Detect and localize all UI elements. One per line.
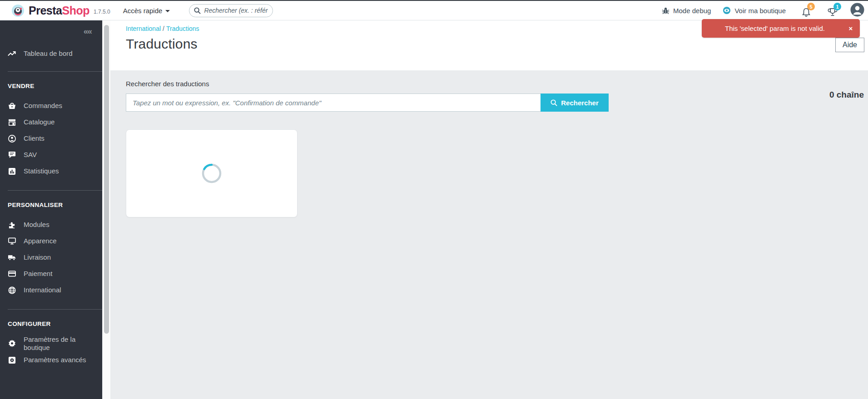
topbar: PrestaShop 1.7.5.0 Accès rapide	[0, 0, 868, 20]
help-button[interactable]: Aide	[835, 38, 864, 52]
monitor-icon	[8, 237, 16, 245]
sidebar-item-customers[interactable]: Clients	[0, 130, 102, 147]
sidebar-item-label: Paramètres de la boutique	[24, 335, 98, 352]
sidebar-scrollbar-thumb[interactable]	[104, 25, 109, 334]
chat-bubble-icon	[8, 151, 16, 158]
debug-mode-link[interactable]: Mode debug	[662, 7, 711, 15]
page-title: Traductions	[126, 36, 868, 52]
sidebar-item-international[interactable]: International	[0, 282, 102, 298]
sidebar-item-label: Commandes	[24, 102, 62, 110]
sidebar-section-sell: VENDRE	[0, 72, 102, 89]
translation-search-input[interactable]	[126, 94, 541, 112]
main-content: International/Traductions Traductions Ai…	[110, 20, 868, 399]
error-toast-message: This 'selected' param is not valid.	[702, 25, 842, 32]
sidebar-item-label: Paramètres avancés	[24, 356, 86, 364]
sidebar-collapse-button[interactable]: ««	[84, 26, 91, 36]
globe-icon	[8, 286, 16, 294]
sidebar-item-label: SAV	[24, 151, 37, 159]
translations-search-panel: Rechercher des traductions Rechercher 0 …	[110, 70, 868, 112]
sidebar-item-label: Statistiques	[24, 167, 59, 175]
search-icon	[551, 99, 557, 106]
topbar-right: Mode debug Voir ma boutique 5	[662, 3, 864, 19]
loading-spinner-icon	[201, 163, 222, 184]
sidebar-item-label: Tableau de bord	[24, 49, 73, 58]
topbar-search-input[interactable]	[204, 7, 268, 14]
sidebar-item-label: Paiement	[24, 270, 52, 278]
close-icon[interactable]: ×	[842, 25, 860, 32]
gear-icon	[8, 340, 16, 347]
user-avatar[interactable]	[850, 3, 864, 19]
puzzle-icon	[8, 221, 16, 229]
trending-up-icon	[8, 50, 16, 57]
search-button[interactable]: Rechercher	[541, 94, 609, 112]
sidebar-section-configure: CONFIGURER	[0, 310, 102, 327]
sidebar-item-advanced-parameters[interactable]: Paramètres avancés	[0, 352, 102, 368]
version-label: 1.7.5.0	[94, 9, 110, 15]
sidebar-item-payment[interactable]: Paiement	[0, 266, 102, 282]
credit-card-icon	[8, 271, 16, 277]
string-count: 0 chaîne	[829, 90, 864, 100]
sidebar-item-modules[interactable]: Modules	[0, 217, 102, 233]
sidebar: «« Tableau de bord VENDRE Commandes	[0, 20, 102, 399]
search-icon	[194, 7, 201, 14]
loading-card	[126, 129, 298, 217]
prestashop-logo[interactable]: PrestaShop 1.7.5.0	[12, 4, 110, 17]
sidebar-item-shop-parameters[interactable]: Paramètres de la boutique	[0, 335, 102, 352]
view-shop-label: Voir ma boutique	[734, 7, 786, 15]
error-toast: This 'selected' param is not valid. ×	[702, 19, 860, 38]
sidebar-item-stats[interactable]: Statistiques	[0, 163, 102, 179]
basket-icon	[8, 102, 16, 109]
sidebar-section-improve: PERSONNALISER	[0, 191, 102, 208]
breadcrumb-international[interactable]: International	[126, 25, 161, 32]
sidebar-item-design[interactable]: Apparence	[0, 233, 102, 249]
notifications-button[interactable]: 5	[800, 4, 812, 17]
sidebar-item-label: Livraison	[24, 253, 51, 261]
gear-square-icon	[8, 356, 16, 364]
avatar-icon	[850, 3, 864, 17]
search-panel-label: Rechercher des traductions	[126, 80, 868, 88]
sidebar-scrollbar-track[interactable]	[103, 20, 110, 399]
sidebar-item-customer-service[interactable]: SAV	[0, 147, 102, 163]
bar-chart-icon	[8, 167, 16, 175]
view-shop-link[interactable]: Voir ma boutique	[723, 6, 786, 15]
sidebar-item-label: Apparence	[24, 237, 57, 245]
achievements-button[interactable]: 1	[827, 4, 838, 17]
quick-access-dropdown[interactable]: Accès rapide	[123, 7, 170, 15]
sidebar-item-label: Clients	[24, 134, 45, 143]
breadcrumb-translations[interactable]: Traductions	[166, 25, 199, 32]
achievements-badge: 1	[833, 3, 841, 10]
sidebar-item-label: Modules	[24, 221, 50, 229]
person-circle-icon	[8, 135, 16, 143]
sidebar-item-orders[interactable]: Commandes	[0, 98, 102, 114]
bug-icon	[662, 7, 670, 15]
sidebar-item-catalog[interactable]: Catalogue	[0, 114, 102, 130]
topbar-search[interactable]	[189, 4, 273, 17]
notification-badge: 5	[807, 3, 815, 10]
search-button-label: Rechercher	[561, 99, 599, 107]
sidebar-item-label: Catalogue	[24, 118, 55, 126]
sidebar-item-label: International	[24, 286, 61, 294]
truck-icon	[8, 254, 16, 261]
store-icon	[8, 118, 16, 126]
debug-mode-label: Mode debug	[673, 7, 711, 15]
brand-wordmark: PrestaShop	[29, 4, 89, 17]
sidebar-item-dashboard[interactable]: Tableau de bord	[0, 47, 102, 60]
breadcrumb-separator: /	[163, 25, 164, 32]
chevron-down-icon	[165, 10, 170, 12]
prestashop-mascot-icon	[12, 5, 24, 17]
eye-icon	[723, 6, 731, 15]
sidebar-item-shipping[interactable]: Livraison	[0, 249, 102, 266]
